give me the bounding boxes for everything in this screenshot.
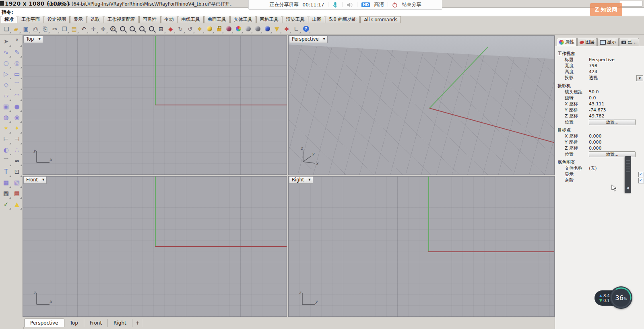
- toolbar-tab[interactable]: 显示: [70, 16, 87, 23]
- solid-tools-icon[interactable]: ◉: [12, 112, 22, 123]
- viewport-tab[interactable]: +: [132, 319, 143, 327]
- toolbar-tab[interactable]: 曲面工具: [204, 16, 230, 23]
- zoom-in-icon[interactable]: +: [108, 24, 118, 34]
- surface-icon[interactable]: ▱: [1, 90, 11, 101]
- export-icon[interactable]: ⎘: [40, 24, 50, 34]
- pan-hand-icon[interactable]: ✛: [89, 24, 98, 34]
- array-polar-icon[interactable]: ▤: [12, 188, 22, 199]
- options-gear-icon[interactable]: ✱: [282, 24, 291, 34]
- select-icon[interactable]: ➤: [1, 36, 11, 47]
- end-share-button[interactable]: 结束分享: [402, 1, 421, 8]
- gumball-icon[interactable]: ∟: [291, 24, 301, 34]
- checkbox[interactable]: [638, 172, 644, 177]
- cylinder-icon[interactable]: ◍: [1, 112, 11, 123]
- panel-tab[interactable]: 属性: [557, 38, 577, 46]
- viewport-top[interactable]: Top ▼ yx: [23, 35, 287, 175]
- shaded-view-icon[interactable]: [224, 24, 233, 34]
- rendered-view-icon[interactable]: [233, 24, 243, 34]
- toolbar-tab[interactable]: 标准: [1, 16, 17, 23]
- viewport-front-label[interactable]: Front ▼: [23, 177, 47, 184]
- toolbar-tab[interactable]: 选取: [87, 16, 103, 23]
- dimension-icon[interactable]: ⊡: [12, 167, 22, 177]
- polygon-icon[interactable]: ◇: [1, 80, 11, 90]
- viewport-top-label[interactable]: Top ▼: [23, 36, 43, 43]
- zoom-window-icon[interactable]: [127, 24, 137, 34]
- viewport-front[interactable]: Front ▼ zx: [23, 176, 287, 317]
- save-icon[interactable]: ▣: [21, 24, 31, 34]
- toolbar-tab[interactable]: 5.0 的新功能: [326, 16, 360, 23]
- viewport-perspective[interactable]: Perspective ▼ z y x: [288, 35, 555, 175]
- toolbar-tab[interactable]: 网格工具: [256, 16, 282, 23]
- block-icon[interactable]: ▦: [1, 177, 11, 188]
- array-icon[interactable]: ▩: [1, 188, 11, 199]
- microphone-icon[interactable]: [332, 2, 338, 8]
- viewport-layout-icon[interactable]: ⊞: [156, 24, 166, 34]
- open-file-icon[interactable]: ▰: [11, 24, 21, 34]
- viewport-right[interactable]: Right ▼ zy: [288, 176, 555, 317]
- detail-icon[interactable]: ▧: [12, 177, 22, 188]
- toolbar-tab[interactable]: All Commands: [360, 16, 401, 23]
- panel-tab[interactable]: 图层: [577, 38, 597, 46]
- ellipse-icon[interactable]: ◎: [12, 58, 22, 68]
- hd-label[interactable]: 高清: [374, 1, 384, 8]
- power-icon[interactable]: [392, 2, 398, 8]
- cut-icon[interactable]: ✂: [50, 24, 60, 34]
- move-icon[interactable]: ✜: [98, 24, 108, 34]
- toolbar-tab[interactable]: 可见性: [139, 16, 161, 23]
- viewport-tab[interactable]: Perspective: [24, 319, 64, 327]
- render-current-icon[interactable]: [262, 24, 272, 34]
- explode-icon[interactable]: ✶: [1, 123, 11, 134]
- checkbox[interactable]: [638, 178, 644, 183]
- arc-icon[interactable]: ⌒: [12, 80, 22, 90]
- circle-icon[interactable]: ○: [1, 58, 11, 68]
- toolbar-tab[interactable]: 出图: [309, 16, 325, 23]
- polyline-icon[interactable]: ▷: [1, 69, 11, 79]
- zoom-dynamic-icon[interactable]: [118, 24, 127, 34]
- surface-loft-icon[interactable]: ◠: [12, 90, 22, 101]
- collapsed-side-widget[interactable]: ◀: [625, 156, 631, 193]
- rectangle-icon[interactable]: ▭: [12, 69, 22, 79]
- dropdown-arrow-icon[interactable]: ▼: [636, 75, 643, 81]
- curve-icon[interactable]: ∿: [1, 47, 11, 58]
- toolbar-tab[interactable]: 设定视图: [44, 16, 70, 23]
- fillet-icon[interactable]: ⌒: [1, 156, 11, 166]
- split-icon[interactable]: ⊣: [12, 134, 22, 144]
- set-view-icon[interactable]: ❖: [195, 24, 204, 34]
- text-icon[interactable]: T: [1, 167, 11, 177]
- trim-icon[interactable]: ⊢: [1, 134, 11, 144]
- new-file-icon[interactable]: ❏: [2, 24, 11, 34]
- place-button[interactable]: 放置...: [589, 119, 636, 125]
- copy-icon[interactable]: ❐: [60, 24, 69, 34]
- viewport-tab[interactable]: Top: [64, 319, 84, 327]
- toolbar-tab[interactable]: 渲染工具: [283, 16, 308, 23]
- speaker-muted-icon[interactable]: [347, 2, 353, 8]
- sphere-icon[interactable]: ●: [12, 101, 22, 112]
- performance-gauge[interactable]: 36%: [610, 286, 632, 309]
- rotate-view-icon[interactable]: ◆: [166, 24, 175, 34]
- viewport-tab[interactable]: Front: [84, 319, 108, 327]
- help-icon[interactable]: ?: [301, 24, 311, 34]
- point-icon[interactable]: °: [12, 36, 22, 47]
- render-icon[interactable]: [253, 24, 262, 34]
- blend-icon[interactable]: ≈: [12, 156, 22, 166]
- render-preview-icon[interactable]: [243, 24, 253, 34]
- toolbar-tab[interactable]: 曲线工具: [178, 16, 204, 23]
- viewport-tab[interactable]: Right: [108, 319, 132, 327]
- print-icon[interactable]: ⎙: [31, 24, 40, 34]
- viewport-right-label[interactable]: Right ▼: [289, 177, 313, 184]
- zoom-extents-icon[interactable]: [137, 24, 147, 34]
- boolean-icon[interactable]: ◐: [1, 145, 11, 155]
- title-input[interactable]: [620, 1, 642, 6]
- point-cloud-icon[interactable]: ∴: [12, 145, 22, 155]
- zoom-selected-icon[interactable]: [147, 24, 156, 34]
- curve-interpolate-icon[interactable]: ✎: [12, 47, 22, 58]
- paste-icon[interactable]: ▤: [69, 24, 79, 34]
- undo-icon[interactable]: ↶: [79, 24, 89, 34]
- toolbar-tab[interactable]: 工作视窗配置: [104, 16, 139, 23]
- toolbar-tab[interactable]: 工作平面: [18, 16, 43, 23]
- lock-icon[interactable]: [214, 24, 224, 34]
- lamp-icon[interactable]: [204, 24, 214, 34]
- cone-icon[interactable]: ▲: [12, 199, 22, 210]
- undo-view-icon[interactable]: ↺: [185, 24, 195, 34]
- check-icon[interactable]: ✓: [1, 199, 11, 210]
